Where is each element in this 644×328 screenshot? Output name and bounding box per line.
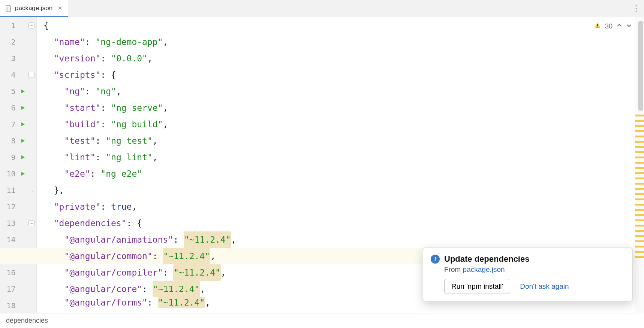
warning-stripe[interactable] [635, 120, 644, 122]
warning-stripe[interactable] [635, 251, 644, 253]
notification-title: Update dependencies [444, 254, 529, 264]
line-number[interactable]: 1 [0, 21, 19, 30]
run-gutter-icon[interactable] [19, 105, 27, 110]
warning-stripe[interactable] [635, 136, 644, 137]
fold-open-icon[interactable]: − [28, 72, 34, 78]
warning-stripe[interactable] [635, 198, 644, 200]
warning-stripe[interactable] [635, 183, 644, 185]
fold-gutter[interactable]: − [27, 72, 36, 78]
line-number[interactable]: 9 [0, 153, 19, 162]
run-gutter-icon[interactable] [19, 171, 27, 176]
code-line[interactable]: "dependencies": { [37, 215, 635, 231]
code-line[interactable]: "test": "ng test", [37, 133, 635, 149]
warning-stripe[interactable] [635, 146, 644, 148]
warning-stripe[interactable] [635, 177, 644, 179]
json-file-icon: {} [4, 4, 12, 12]
warning-stripe[interactable] [635, 209, 644, 211]
code-line[interactable]: "start": "ng serve", [37, 100, 635, 116]
run-gutter-icon[interactable] [19, 89, 27, 94]
next-highlight-icon[interactable] [626, 22, 632, 30]
line-number[interactable]: 5 [0, 87, 19, 96]
warning-stripe[interactable] [635, 115, 644, 116]
line-number[interactable]: 3 [0, 54, 19, 63]
warning-stripe[interactable] [635, 235, 644, 237]
tab-bar-menu-icon[interactable]: ⋮ [632, 0, 640, 17]
code-line[interactable]: "version": "0.0.0", [37, 50, 635, 67]
warning-stripe[interactable] [635, 256, 644, 258]
breadcrumb-item[interactable]: dependencies [6, 317, 48, 325]
warning-stripe[interactable] [635, 125, 644, 127]
code-line[interactable]: }, [37, 182, 635, 198]
code-line[interactable]: "e2e": "ng e2e" [37, 165, 635, 182]
tab-package-json[interactable]: {} package.json ✕ [0, 0, 68, 17]
code-line[interactable]: "lint": "ng lint", [37, 149, 635, 165]
code-line[interactable]: "@angular/animations": "~11.2.4", [37, 231, 635, 248]
line-number[interactable]: 4 [0, 70, 19, 79]
warning-stripe[interactable] [635, 162, 644, 164]
code-line[interactable]: "name": "ng-demo-app", [37, 34, 635, 50]
token-key: "@angular/common" [64, 248, 152, 264]
line-number[interactable]: 8 [0, 136, 19, 145]
dont-ask-again-link[interactable]: Don't ask again [520, 282, 569, 291]
line-number[interactable]: 16 [0, 268, 19, 277]
token-punct: : [95, 133, 106, 149]
token-str: "~11.2.4" [158, 297, 205, 308]
fold-gutter[interactable]: − [27, 220, 36, 226]
run-npm-install-button[interactable]: Run 'npm install' [444, 279, 510, 294]
line-number[interactable]: 17 [0, 285, 19, 294]
close-icon[interactable]: ✕ [58, 5, 63, 12]
code-line[interactable]: { [37, 17, 635, 34]
warning-stripe[interactable] [635, 157, 644, 158]
token-punct: , [147, 50, 153, 67]
warning-stripe[interactable] [635, 130, 644, 132]
token-key: "@angular/core" [64, 281, 142, 297]
run-gutter-icon[interactable] [19, 122, 27, 127]
fold-open-icon[interactable]: − [28, 220, 34, 226]
warning-stripe[interactable] [635, 188, 644, 190]
warning-stripe[interactable] [635, 172, 644, 174]
token-key: "start" [64, 100, 100, 116]
warning-stripe[interactable] [635, 219, 644, 221]
line-number[interactable]: 10 [0, 169, 19, 178]
notification-file-link[interactable]: package.json [463, 265, 505, 273]
token-punct: , [163, 100, 168, 116]
line-number[interactable]: 13 [0, 219, 19, 228]
code-line[interactable]: "scripts": { [37, 67, 635, 83]
token-str: "ng lint" [106, 149, 153, 165]
fold-gutter[interactable]: ⌟ [27, 187, 36, 193]
line-number[interactable]: 2 [0, 37, 19, 46]
warning-stripe[interactable] [635, 167, 644, 169]
warning-stripe[interactable] [635, 225, 644, 227]
inspection-widget[interactable]: 30 [594, 22, 632, 31]
warning-stripe[interactable] [635, 214, 644, 216]
line-number[interactable]: 18 [0, 301, 19, 310]
token-punct: , [163, 116, 168, 133]
fold-close-icon[interactable]: ⌟ [28, 187, 34, 193]
warning-stripe[interactable] [635, 246, 644, 247]
line-number[interactable]: 12 [0, 202, 19, 211]
warning-stripe[interactable] [635, 240, 644, 242]
line-number[interactable]: 7 [0, 120, 19, 129]
fold-open-icon[interactable]: − [28, 22, 34, 28]
warning-stripe[interactable] [635, 151, 644, 153]
run-gutter-icon[interactable] [19, 155, 27, 160]
token-punct: : [100, 100, 111, 116]
breadcrumb[interactable]: dependencies [0, 313, 644, 328]
code-line[interactable]: "private": true, [37, 198, 635, 215]
token-punct: : { [100, 67, 116, 83]
line-number[interactable]: 6 [0, 103, 19, 112]
run-gutter-icon[interactable] [19, 138, 27, 143]
warning-stripe[interactable] [635, 204, 644, 206]
warning-stripe[interactable] [635, 230, 644, 232]
code-line[interactable]: "ng": "ng", [37, 83, 635, 100]
warning-stripe[interactable] [635, 141, 644, 143]
line-number[interactable]: 11 [0, 186, 19, 195]
token-punct: : [163, 264, 174, 281]
code-line[interactable]: "build": "ng build", [37, 116, 635, 133]
prev-highlight-icon[interactable] [616, 22, 622, 30]
line-number[interactable]: 14 [0, 235, 19, 244]
fold-gutter[interactable]: − [27, 22, 36, 28]
warning-stripe[interactable] [635, 193, 644, 195]
scrollbar-thumb[interactable] [638, 21, 643, 111]
error-stripe[interactable] [635, 17, 644, 313]
